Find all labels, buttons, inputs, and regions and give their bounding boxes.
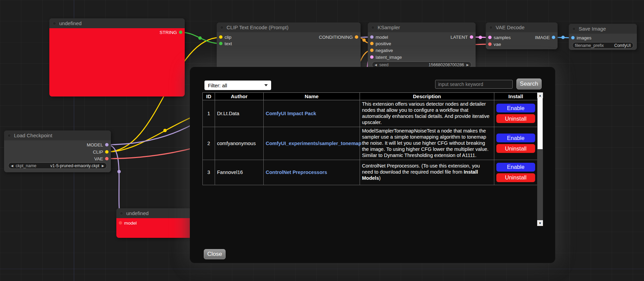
uninstall-button[interactable]: Uninstall xyxy=(496,173,535,182)
slot-dot-icon[interactable] xyxy=(370,49,374,52)
slot-label: model xyxy=(376,35,388,40)
scrollbar[interactable]: ▲ ▼ xyxy=(537,92,543,226)
link-dot xyxy=(163,129,167,132)
arrow-right-icon[interactable]: ▶ xyxy=(102,164,104,168)
input-slot-samples[interactable]: samples xyxy=(488,34,511,40)
output-slot-model[interactable]: MODEL xyxy=(87,142,109,148)
output-slot-conditioning[interactable]: CONDITIONING xyxy=(319,34,358,40)
slot-dot-icon[interactable] xyxy=(470,35,473,39)
output-slot-clip[interactable]: CLIP xyxy=(93,149,109,155)
input-slot-images[interactable]: images xyxy=(571,35,592,41)
slot-label: negative xyxy=(376,48,393,53)
input-slot-text[interactable]: text xyxy=(219,40,232,47)
extension-link[interactable]: ComfyUI Impact Pack xyxy=(266,111,316,116)
slot-dot-icon[interactable] xyxy=(219,35,222,39)
cell-description: ControlNet Preprocessors. (To use this e… xyxy=(360,160,494,185)
slot-dot-icon[interactable] xyxy=(105,143,109,146)
slot-dot-icon[interactable] xyxy=(219,42,222,45)
description-text: ) xyxy=(379,175,381,181)
slot-dot-icon[interactable] xyxy=(179,31,182,34)
extension-link[interactable]: ControlNet Preprocessors xyxy=(266,170,327,175)
widget-value: v1-5-pruned-emaonly.ckpt xyxy=(50,163,99,168)
node-vae-decode[interactable]: VAE Decode samples vae IMAGE xyxy=(486,22,558,49)
table-row: 3 Fannovel16 ControlNet Preprocessors Co… xyxy=(203,160,538,185)
slot-dot-icon[interactable] xyxy=(105,150,109,154)
node-title-bar[interactable]: VAE Decode xyxy=(486,22,558,32)
input-slot-positive[interactable]: positive xyxy=(370,40,391,47)
arrow-left-icon[interactable]: ◀ xyxy=(11,164,13,168)
table-row: 1 Dr.Lt.Data ComfyUI Impact Pack This ex… xyxy=(203,100,538,127)
header-name: Name xyxy=(264,93,360,100)
node-title-bar[interactable]: Save Image xyxy=(569,24,637,34)
slot-dot-icon[interactable] xyxy=(370,35,374,39)
filter-select-value: Filter: all xyxy=(208,83,227,88)
input-slot-clip[interactable]: clip xyxy=(219,34,231,40)
collapse-dot-icon[interactable] xyxy=(489,26,493,29)
node-title-bar[interactable]: undefined xyxy=(49,18,185,28)
collapse-dot-icon[interactable] xyxy=(7,134,11,137)
custom-nodes-dialog: Filter: all Search ID Author Name Descri… xyxy=(190,67,555,263)
node-title: Save Image xyxy=(579,26,606,32)
cell-id: 1 xyxy=(203,100,215,127)
header-id: ID xyxy=(203,93,215,100)
arrow-right-icon[interactable]: ▶ xyxy=(466,63,469,67)
output-slot-string[interactable]: STRING xyxy=(160,29,182,35)
node-title-bar[interactable]: CLIP Text Encode (Prompt) xyxy=(217,22,361,32)
cell-install: Enable Uninstall xyxy=(494,127,538,160)
output-slot-latent[interactable]: LATENT xyxy=(450,34,473,40)
widget-value: 156680208700286 xyxy=(429,63,464,67)
node-undefined-top[interactable]: undefined STRING xyxy=(49,18,185,96)
slot-dot-icon[interactable] xyxy=(370,55,374,59)
enable-button[interactable]: Enable xyxy=(496,104,535,112)
node-title-bar[interactable]: KSampler xyxy=(368,22,476,32)
header-description: Description xyxy=(360,93,494,100)
scrollbar-thumb[interactable] xyxy=(538,98,543,149)
slot-dot-icon[interactable] xyxy=(355,35,358,39)
search-button[interactable]: Search xyxy=(516,78,542,89)
node-undefined-bottom[interactable]: undefined model xyxy=(116,208,195,238)
slot-dot-icon[interactable] xyxy=(488,36,492,39)
input-slot-model[interactable]: model xyxy=(370,34,388,40)
extension-link[interactable]: ComfyUI_experiments/sampler_tonemap xyxy=(266,141,361,146)
node-load-checkpoint[interactable]: Load Checkpoint MODEL CLIP VAE ◀ ckpt_na… xyxy=(4,130,111,172)
collapse-dot-icon[interactable] xyxy=(371,26,375,29)
slot-dot-icon[interactable] xyxy=(571,36,575,39)
node-save-image[interactable]: Save Image images filename_prefix ComfyU… xyxy=(569,24,637,50)
uninstall-button[interactable]: Uninstall xyxy=(496,114,535,123)
slot-label: samples xyxy=(494,35,511,40)
enable-button[interactable]: Enable xyxy=(496,134,535,142)
collapse-dot-icon[interactable] xyxy=(220,26,224,29)
slot-dot-icon[interactable] xyxy=(119,221,122,225)
close-button[interactable]: Close xyxy=(204,249,226,259)
node-title-bar[interactable]: undefined xyxy=(116,208,195,218)
arrow-left-icon[interactable]: ◀ xyxy=(375,63,377,67)
output-slot-image[interactable]: IMAGE xyxy=(535,34,555,40)
input-slot-negative[interactable]: negative xyxy=(370,47,393,53)
input-slot-vae[interactable]: vae xyxy=(488,41,501,47)
link-dot xyxy=(479,36,482,39)
scroll-down-icon[interactable]: ▼ xyxy=(537,220,543,226)
cell-name: ControlNet Preprocessors xyxy=(264,160,360,185)
slot-dot-icon[interactable] xyxy=(370,42,374,45)
slot-dot-icon[interactable] xyxy=(488,42,492,46)
input-slot-model[interactable]: model xyxy=(119,220,137,226)
filter-select[interactable]: Filter: all xyxy=(204,81,271,90)
node-title-bar[interactable]: Load Checkpoint xyxy=(4,130,111,140)
enable-button[interactable]: Enable xyxy=(496,163,535,172)
slot-dot-icon[interactable] xyxy=(105,157,109,160)
collapse-dot-icon[interactable] xyxy=(120,212,123,215)
filename-prefix-widget[interactable]: filename_prefix ComfyUI xyxy=(572,42,633,49)
collapse-dot-icon[interactable] xyxy=(53,22,56,25)
output-slot-vae[interactable]: VAE xyxy=(94,156,109,162)
slot-label: images xyxy=(577,35,592,40)
input-slot-latent-image[interactable]: latent_image xyxy=(370,54,402,60)
slot-dot-icon[interactable] xyxy=(552,36,555,39)
ckpt-name-widget[interactable]: ◀ ckpt_name v1-5-pruned-emaonly.ckpt ▶ xyxy=(8,162,107,169)
search-input[interactable] xyxy=(435,80,513,89)
node-clip-text-encode[interactable]: CLIP Text Encode (Prompt) clip text COND… xyxy=(217,22,361,70)
scroll-up-icon[interactable]: ▲ xyxy=(537,92,543,98)
widget-value: ComfyUI xyxy=(614,43,631,48)
cell-name: ComfyUI_experiments/sampler_tonemap xyxy=(264,127,360,160)
uninstall-button[interactable]: Uninstall xyxy=(496,144,535,153)
collapse-dot-icon[interactable] xyxy=(572,27,576,31)
